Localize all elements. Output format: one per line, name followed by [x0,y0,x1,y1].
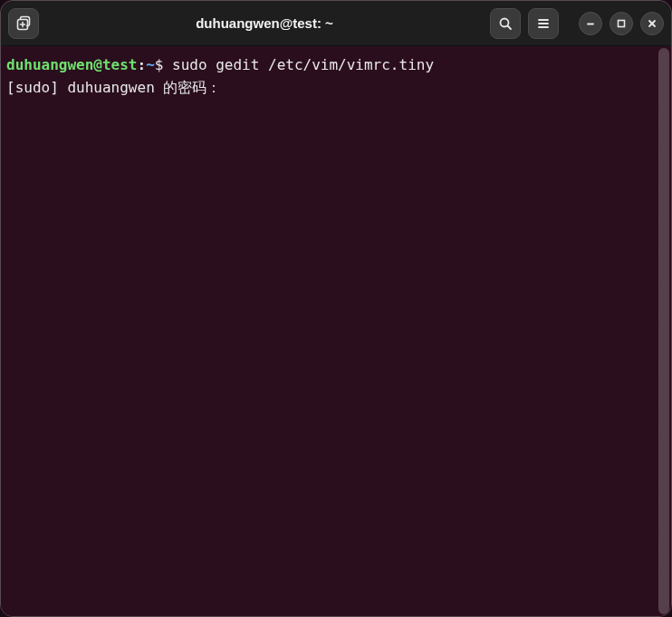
cursor [221,78,229,94]
command-text: sudo gedit /etc/vim/vimrc.tiny [172,56,434,73]
svg-line-2 [508,25,512,29]
scrollbar-thumb[interactable] [658,48,669,614]
maximize-button[interactable] [610,12,633,35]
hamburger-menu-icon [536,16,551,31]
close-icon [647,18,658,29]
menu-button[interactable] [528,8,559,39]
search-button[interactable] [490,8,521,39]
close-button[interactable] [640,12,664,35]
maximize-icon [616,18,627,29]
new-tab-icon [15,15,32,32]
terminal-body[interactable]: duhuangwen@test:~$ sudo gedit /etc/vim/v… [1,46,671,616]
window-title: duhuangwen@test: ~ [39,15,490,31]
minimize-button[interactable] [579,12,602,35]
prompt-line: duhuangwen@test:~$ sudo gedit /etc/vim/v… [6,53,669,76]
svg-rect-7 [619,20,625,26]
minimize-icon [585,18,596,29]
prompt-dollar: $ [155,56,172,73]
scrollbar[interactable] [658,48,669,614]
sudo-password-prompt: [sudo] duhuangwen 的密码： [6,79,221,96]
search-icon [498,16,513,31]
new-tab-button[interactable] [8,8,39,39]
terminal-window: duhuangwen@test: ~ [0,0,672,617]
prompt-separator: : [138,56,147,73]
prompt-userhost: duhuangwen@test [6,56,138,73]
titlebar: duhuangwen@test: ~ [1,1,671,46]
output-line: [sudo] duhuangwen 的密码： [6,76,669,99]
prompt-path: ~ [146,56,155,73]
